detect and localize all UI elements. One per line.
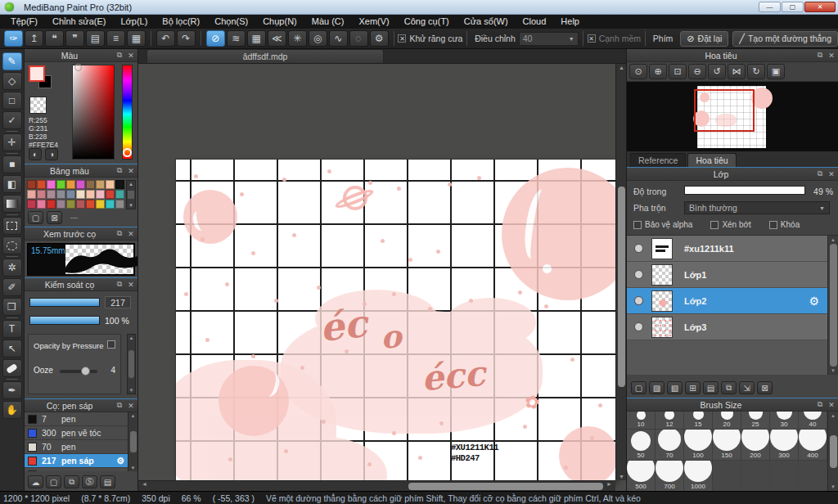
menu-item-9[interactable]: Cửa sổ(W) <box>457 15 516 29</box>
palette-swatch[interactable] <box>106 180 115 189</box>
snap-ellipse-icon[interactable]: ◌ <box>349 30 368 47</box>
add-halftone-layer-icon[interactable]: ▨ <box>649 381 665 394</box>
scroll-up-icon[interactable]: ▲ <box>831 413 836 418</box>
menu-item-10[interactable]: Cloud <box>516 15 554 29</box>
add-folder-icon[interactable]: ⊞ <box>685 381 701 394</box>
navigator-tab-0[interactable]: Reference <box>630 153 686 167</box>
palette-swatch[interactable] <box>47 200 56 209</box>
palette-swatch[interactable] <box>86 200 95 209</box>
menu-item-4[interactable]: Chọn(S) <box>207 15 255 29</box>
select-tool[interactable] <box>2 217 22 235</box>
scroll-left-icon[interactable]: ◄ <box>139 481 150 487</box>
document-tab[interactable]: âdffsdf.mdp <box>146 49 384 63</box>
palette-swatch[interactable] <box>27 190 36 199</box>
close-icon[interactable]: ✕ <box>126 52 136 60</box>
palette-scrollbar[interactable]: ▲ ▼ <box>126 180 136 209</box>
add-layer-icon[interactable]: ▢ <box>631 381 647 394</box>
operation-tool[interactable]: ↖ <box>2 340 22 358</box>
brush-size-slider[interactable] <box>29 298 100 307</box>
popout-icon[interactable]: ⧉ <box>815 400 825 409</box>
make-straight-line-button[interactable]: ╱ Tạo một đường thẳng <box>732 31 838 47</box>
snap-off-icon[interactable]: ⊘ <box>206 30 225 47</box>
rotate-left-icon[interactable]: ↺ <box>708 64 726 79</box>
layer-checkbox-2[interactable]: Khóa <box>769 220 800 229</box>
popout-icon[interactable]: ⧉ <box>115 229 124 238</box>
brush-item-3[interactable]: 217pen sáp⚙ <box>25 454 128 468</box>
snap-settings-icon[interactable]: ⚙ <box>370 30 389 47</box>
popout-icon[interactable]: ⧉ <box>115 51 124 60</box>
move-to-folder-icon[interactable]: ▤ <box>703 381 719 394</box>
comic-layout-icon[interactable]: ▦ <box>127 30 146 47</box>
brush-size-300[interactable]: 300 <box>770 430 799 461</box>
brush-size-150[interactable]: 150 <box>713 430 741 461</box>
menu-item-7[interactable]: Xem(V) <box>351 15 396 29</box>
scroll-thumb[interactable] <box>830 244 837 367</box>
brush-item-4[interactable] <box>25 468 128 471</box>
navigator-tab-1[interactable]: Hoa tiêu <box>687 153 736 167</box>
palette-swatch[interactable] <box>96 180 105 189</box>
color-wheel-icon[interactable]: ◐ <box>29 148 42 160</box>
close-icon[interactable]: ✕ <box>126 281 136 289</box>
adjust-dropdown[interactable]: 40 ▼ <box>519 32 579 46</box>
brush-list-scrollbar[interactable]: ▲ ▼ <box>128 412 137 471</box>
palette-swatch[interactable] <box>47 190 56 199</box>
scroll-thumb[interactable] <box>830 435 837 468</box>
palette-swatch[interactable] <box>27 180 36 189</box>
add-brush-icon[interactable]: ▢ <box>46 475 61 488</box>
scroll-down-icon[interactable]: ▼ <box>128 203 133 208</box>
palette-swatch[interactable] <box>47 180 56 189</box>
gradient-tool[interactable] <box>2 195 22 213</box>
palette-swatch[interactable] <box>106 190 115 199</box>
scroll-down-icon[interactable]: ▼ <box>616 474 626 479</box>
menu-item-6[interactable]: Màu (C) <box>304 15 352 29</box>
redo-icon[interactable]: ↷ <box>177 30 196 47</box>
zoom-in-icon[interactable]: ⊕ <box>649 64 667 79</box>
eraser-tool[interactable]: ◇ <box>2 72 22 90</box>
palette-swatch[interactable] <box>66 200 75 209</box>
snap-vanishing-point-icon[interactable]: ≪ <box>268 30 286 47</box>
scroll-up-icon[interactable]: ▲ <box>131 413 136 418</box>
layer-visibility-icon[interactable] <box>635 323 642 331</box>
script-brush-icon[interactable]: Ⓢ <box>82 475 97 488</box>
brush-item-0[interactable]: 7pen <box>25 412 128 426</box>
brush-tool[interactable]: ✎ <box>2 52 22 70</box>
palette-swatch[interactable] <box>76 180 85 189</box>
lasso-tool[interactable] <box>2 236 22 254</box>
reset-button[interactable]: ⊘ Đặt lại <box>680 31 728 47</box>
scroll-thumb[interactable] <box>128 191 134 199</box>
popout-icon[interactable]: ⧉ <box>115 280 124 289</box>
palette-swatch[interactable] <box>86 180 95 189</box>
layer-visibility-icon[interactable] <box>635 297 642 304</box>
palette-swatch[interactable] <box>56 180 65 189</box>
pressure-checkbox[interactable] <box>107 340 115 349</box>
flip-view-icon[interactable]: ⋈ <box>728 64 746 79</box>
brush-size-40[interactable]: 40 <box>799 412 827 430</box>
select-pen-tool[interactable]: ✐ <box>2 278 22 296</box>
minimize-button[interactable]: — <box>759 2 781 12</box>
material-list-icon[interactable]: ≡ <box>106 30 125 47</box>
rotate-right-icon[interactable]: ↻ <box>747 64 765 79</box>
foreground-color-swatch[interactable] <box>29 65 45 82</box>
bucket-tool[interactable]: ◧ <box>2 175 22 193</box>
brush-size-value[interactable]: 217 <box>105 296 131 308</box>
zoom-out-icon[interactable]: ⊖ <box>688 64 706 79</box>
palette-swatch[interactable] <box>66 180 75 189</box>
close-button[interactable]: ✕ <box>804 2 836 12</box>
close-icon[interactable]: ✕ <box>827 401 836 409</box>
brush-size-70[interactable]: 70 <box>656 430 684 461</box>
color-dialog-icon[interactable]: ◑ <box>45 148 58 160</box>
brush-size-scrollbar[interactable]: ▲ ▼ <box>827 412 838 491</box>
close-icon[interactable]: ✕ <box>126 402 136 410</box>
brush-item-2[interactable]: 70pen <box>25 440 128 454</box>
brush-size-100[interactable]: 100 <box>684 430 713 461</box>
layer-opacity-slider[interactable] <box>684 186 805 195</box>
snap-radial-icon[interactable]: ✳ <box>288 30 307 47</box>
brush-size-400[interactable]: 400 <box>799 430 827 461</box>
brush-item-1[interactable]: 300pen vẽ tóc <box>25 426 128 440</box>
menu-item-0[interactable]: Tệp(F) <box>3 15 45 29</box>
layer-checkbox-0[interactable]: Bảo vệ alpha <box>633 220 692 229</box>
close-icon[interactable]: ✕ <box>126 230 136 238</box>
menu-item-8[interactable]: Công cụ(T) <box>397 15 457 29</box>
brush-size-15[interactable]: 15 <box>684 412 713 430</box>
palette-swatch[interactable] <box>27 200 36 209</box>
